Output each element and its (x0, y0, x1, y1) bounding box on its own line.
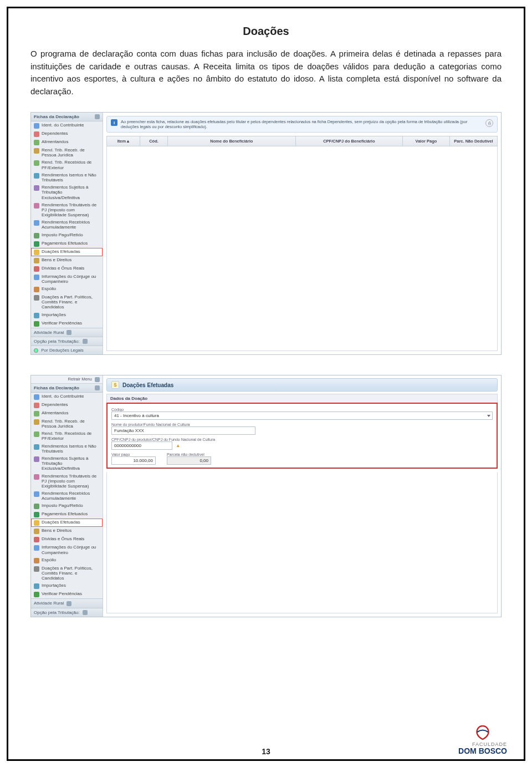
sidebar-item-0[interactable]: Ident. do Contribuinte (31, 393, 103, 401)
sidebar-footer-rural[interactable]: Atividade Rural (31, 598, 103, 607)
sidebar-item-16[interactable]: Doações a Part. Políticos, Comitês Finan… (31, 565, 103, 582)
sidebar-item-icon (34, 275, 39, 280)
sidebar-item-9[interactable]: Imposto Pago/Retido (31, 502, 103, 510)
sidebar-item-15[interactable]: Espólio (31, 556, 103, 565)
input-cpf-cnpj[interactable]: 00000000000 (111, 441, 172, 450)
table-header: Item ▴ Cód. Nome do Beneficiário CPF/CNP… (106, 136, 498, 146)
sidebar-item-icon (34, 250, 39, 255)
sidebar-item-icon (34, 185, 39, 191)
sidebar-item-5[interactable]: Rendimentos Isentos e Não Tributáveis (31, 443, 103, 455)
sidebar-item-label: Alimentandos (42, 139, 68, 144)
sidebar-item-label: Importações (42, 312, 66, 317)
sidebar-item-5[interactable]: Rendimentos Isentos e Não Tributáveis (31, 171, 103, 184)
col-cod[interactable]: Cód. (140, 136, 168, 146)
select-codigo[interactable]: 41 - Incentivo à cultura (111, 412, 493, 420)
col-item[interactable]: Item ▴ (107, 136, 140, 146)
retrair-menu[interactable]: Retrair Menu (31, 375, 103, 384)
print-icon[interactable]: ⎙ (485, 119, 493, 127)
panel-title: $ Doações Efetuadas (106, 378, 498, 392)
sidebar-item-9[interactable]: Imposto Pago/Retido (31, 231, 103, 240)
sidebar-item-14[interactable]: Informações do Cônjuge ou Companheiro (31, 544, 103, 556)
sidebar-item-11[interactable]: Doações Efetuadas (31, 519, 103, 527)
sidebar-item-label: Doações a Part. Políticos, Comitês Finan… (42, 294, 100, 310)
sidebar-item-icon (34, 321, 39, 327)
sidebar-item-17[interactable]: Importações (31, 311, 103, 319)
sidebar-item-18[interactable]: Verificar Pendências (31, 590, 103, 598)
input-nome-produtor[interactable]: Fundação XXX (111, 426, 255, 435)
sidebar-item-4[interactable]: Rend. Trib. Recebidos de PF/Exterior (31, 430, 103, 442)
sidebar-item-icon (34, 394, 39, 400)
sidebar-footer-rural[interactable]: Atividade Rural (31, 328, 103, 337)
sidebar-item-7[interactable]: Rendimentos Tributáveis de PJ (Imposto c… (31, 473, 103, 490)
sidebar-item-2[interactable]: Alimentandos (31, 138, 103, 146)
sidebar-footer-deducoes[interactable]: Por Deduções Legais (31, 346, 103, 354)
sidebar-item-label: Rendimentos Isentos e Não Tributáveis (42, 444, 100, 454)
sidebar-item-icon (34, 140, 39, 145)
sidebar-item-16[interactable]: Doações a Part. Políticos, Comitês Finan… (31, 293, 103, 311)
sidebar-item-icon (34, 313, 39, 318)
input-valor-pago[interactable]: 10.000,00 (111, 456, 156, 465)
sidebar-item-12[interactable]: Bens e Direitos (31, 527, 103, 535)
col-nome[interactable]: Nome do Beneficiário (168, 136, 296, 146)
collapse-icon[interactable] (95, 385, 100, 390)
sidebar-item-icon (34, 220, 39, 226)
sidebar-item-13[interactable]: Dívidas e Ônus Reais (31, 535, 103, 544)
sidebar-item-11[interactable]: Doações Efetuadas (31, 248, 103, 256)
sidebar-item-4[interactable]: Rend. Trib. Recebidos de PF/Exterior (31, 159, 103, 171)
sidebar-item-13[interactable]: Dívidas e Ônus Reais (31, 265, 103, 273)
sidebar-header: Fichas da Declaração (31, 384, 103, 393)
sidebar-item-label: Verificar Pendências (42, 321, 82, 326)
page-title: Doações (30, 25, 502, 38)
sidebar-item-14[interactable]: Informações do Cônjuge ou Companheiro (31, 273, 103, 285)
search-icon[interactable] (83, 339, 88, 344)
sidebar-item-label: Bens e Direitos (42, 257, 71, 262)
sidebar-item-3[interactable]: Rend. Trib. Receb. de Pessoa Jurídica (31, 146, 103, 159)
sidebar-item-icon (34, 583, 39, 589)
sidebar-list: Ident. do ContribuinteDependentesAliment… (31, 393, 103, 599)
sidebar-item-18[interactable]: Verificar Pendências (31, 319, 103, 328)
sidebar-item-2[interactable]: Alimentandos (31, 409, 103, 418)
sidebar-item-label: Imposto Pago/Retido (42, 232, 83, 237)
sidebar-item-label: Rendimentos Sujeitos à Tributação Exclus… (42, 456, 100, 471)
info-icon: i (111, 119, 117, 126)
sidebar-item-label: Doações Efetuadas (42, 520, 80, 525)
sidebar-item-6[interactable]: Rendimentos Sujeitos à Tributação Exclus… (31, 184, 103, 201)
col-parc[interactable]: Parc. Não Dedutível (450, 136, 497, 146)
sidebar-item-label: Rendimentos Sujeitos à Tributação Exclus… (42, 185, 100, 200)
sidebar-item-1[interactable]: Dependentes (31, 130, 103, 138)
col-valor[interactable]: Valor Pago (403, 136, 450, 146)
sidebar-item-17[interactable]: Importações (31, 582, 103, 590)
sidebar-item-15[interactable]: Espólio (31, 285, 103, 293)
sidebar-item-8[interactable]: Rendimentos Recebidos Acumuladamente (31, 219, 103, 231)
sidebar-item-icon (34, 529, 39, 534)
sidebar-item-3[interactable]: Rend. Trib. Receb. de Pessoa Jurídica (31, 418, 103, 430)
sidebar-item-icon (34, 258, 39, 263)
sidebar-item-label: Rend. Trib. Receb. de Pessoa Jurídica (42, 419, 100, 429)
search-icon[interactable] (83, 610, 88, 615)
sidebar-item-12[interactable]: Bens e Direitos (31, 256, 103, 265)
col-cpf[interactable]: CPF/CNPJ do Beneficiário (296, 136, 403, 146)
sidebar-item-0[interactable]: Ident. do Contribuinte (31, 121, 103, 130)
sidebar-item-icon (34, 233, 39, 238)
sidebar-item-8[interactable]: Rendimentos Recebidos Acumuladamente (31, 490, 103, 502)
sidebar-item-label: Dívidas e Ônus Reais (42, 266, 84, 271)
sidebar-item-icon (34, 566, 39, 572)
radio-selected-icon (34, 348, 38, 353)
sidebar-item-1[interactable]: Dependentes (31, 401, 103, 409)
sidebar-item-label: Ident. do Contribuinte (42, 123, 84, 128)
sidebar-item-icon (34, 123, 39, 129)
sidebar-header: Fichas da Declaração (31, 113, 103, 121)
logo-text-bottom: DOM BOSCO (458, 747, 507, 755)
sidebar-item-label: Espólio (42, 286, 56, 291)
main-area: i Ao preencher esta ficha, relacione as … (103, 113, 501, 354)
collapse-icon[interactable] (95, 114, 100, 119)
sidebar-item-label: Rend. Trib. Receb. de Pessoa Jurídica (42, 148, 100, 158)
label-nome-produtor: Nome do produtor/Fundo Nacional de Cultu… (111, 423, 493, 426)
sidebar-item-icon (34, 504, 39, 509)
sidebar-item-6[interactable]: Rendimentos Sujeitos à Tributação Exclus… (31, 455, 103, 473)
sidebar-item-10[interactable]: Pagamentos Efetuados (31, 510, 103, 519)
table-body-empty (106, 146, 498, 351)
sidebar-item-7[interactable]: Rendimentos Tributáveis de PJ (Imposto c… (31, 201, 103, 219)
sidebar-item-icon (34, 431, 39, 437)
sidebar-item-10[interactable]: Pagamentos Efetuados (31, 240, 103, 248)
